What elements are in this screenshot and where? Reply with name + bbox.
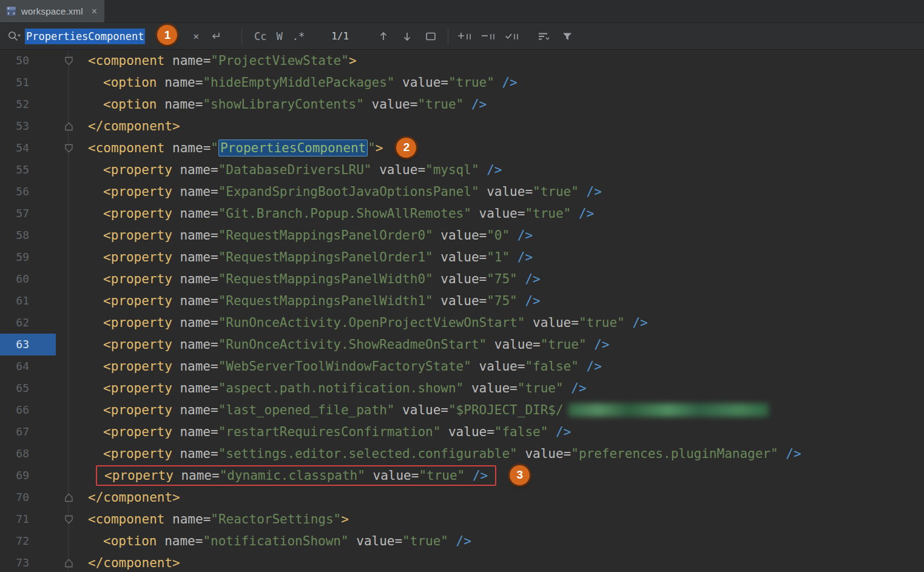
line-number: 50 bbox=[0, 50, 56, 72]
code-token: /> bbox=[571, 206, 594, 221]
code-token: <property bbox=[103, 294, 172, 308]
code-token: " bbox=[211, 141, 218, 155]
regex-toggle[interactable]: .* bbox=[292, 30, 305, 42]
code-line-67[interactable]: 67<property name="restartRequiresConfirm… bbox=[0, 421, 924, 443]
code-line-72[interactable]: 72<option name="notificationShown" value… bbox=[0, 530, 924, 552]
previous-occurrence-button[interactable] bbox=[374, 27, 393, 45]
fold-marker[interactable] bbox=[56, 50, 81, 72]
code-line-73[interactable]: 73</component> bbox=[0, 552, 924, 571]
filter-funnel-icon[interactable] bbox=[558, 27, 577, 45]
code-line-70[interactable]: 70</component> bbox=[0, 486, 924, 508]
code-line-61[interactable]: 61<property name="RequestMappingsPanelWi… bbox=[0, 290, 924, 312]
fold-marker[interactable] bbox=[56, 486, 81, 508]
code-line-54[interactable]: 54<component name="PropertiesComponent">… bbox=[0, 137, 924, 159]
open-in-find-window-button[interactable] bbox=[421, 27, 440, 45]
code-token: value= bbox=[372, 163, 426, 177]
code-token: "preferences.pluginManager" bbox=[571, 446, 778, 461]
next-occurrence-button[interactable] bbox=[397, 27, 417, 45]
fold-gutter bbox=[56, 159, 81, 181]
code-line-68[interactable]: 68<property name="settings.editor.select… bbox=[0, 443, 924, 465]
code-text: <property name="Git.Branch.Popup.ShowAll… bbox=[81, 203, 924, 224]
code-token: name= bbox=[174, 468, 220, 483]
code-token: <property bbox=[103, 163, 172, 177]
fold-gutter bbox=[56, 290, 81, 312]
code-line-60[interactable]: 60<property name="RequestMappingsPanelWi… bbox=[0, 268, 924, 290]
line-number: 56 bbox=[0, 181, 56, 203]
line-number: 66 bbox=[0, 399, 56, 421]
code-token: "true" bbox=[417, 97, 464, 112]
code-line-53[interactable]: 53</component> bbox=[0, 115, 924, 137]
code-token: value= bbox=[394, 403, 448, 417]
code-token: "mysql" bbox=[425, 163, 479, 177]
code-text: <option name="hideEmptyMiddlePackages" v… bbox=[81, 72, 924, 93]
code-line-57[interactable]: 57<property name="Git.Branch.Popup.ShowA… bbox=[0, 203, 924, 224]
code-token: /> bbox=[518, 272, 541, 286]
code-token: "notificationShown" bbox=[203, 534, 348, 548]
editor-tab-workspace-xml[interactable]: workspace.xml × bbox=[0, 0, 105, 22]
code-token: name= bbox=[172, 163, 218, 177]
code-text: <property name="DatabaseDriversLRU" valu… bbox=[81, 159, 924, 181]
code-token: "RequestMappingsPanelWidth1" bbox=[218, 294, 433, 308]
code-token: /> bbox=[448, 534, 471, 548]
line-number: 60 bbox=[0, 268, 56, 290]
code-token: "ExpandSpringBootJavaOptionsPanel" bbox=[218, 184, 479, 199]
remove-filter-icon[interactable] bbox=[479, 27, 498, 45]
search-options-icon[interactable] bbox=[534, 27, 553, 45]
add-filter-icon[interactable] bbox=[455, 27, 474, 45]
code-line-69[interactable]: 69<property name="dynamic.classpath" val… bbox=[0, 465, 924, 486]
code-token: "true" bbox=[419, 468, 465, 483]
match-case-toggle[interactable]: Cc bbox=[254, 30, 266, 42]
code-token: name= bbox=[172, 403, 218, 417]
code-line-63[interactable]: 63<property name="RunOnceActivity.ShowRe… bbox=[0, 334, 924, 355]
code-line-55[interactable]: 55<property name="DatabaseDriversLRU" va… bbox=[0, 159, 924, 181]
search-query[interactable]: PropertiesComponent bbox=[25, 30, 145, 42]
search-input[interactable]: PropertiesComponent 1 ✕ bbox=[6, 26, 239, 46]
search-icon[interactable] bbox=[7, 30, 21, 42]
code-text: <property name="WebServerToolWindowFacto… bbox=[81, 355, 924, 377]
line-number: 57 bbox=[0, 203, 56, 224]
check-filter-icon[interactable] bbox=[502, 27, 522, 45]
code-token: "restartRequiresConfirmation" bbox=[218, 425, 441, 439]
tab-close-icon[interactable]: × bbox=[92, 6, 97, 17]
line-number: 67 bbox=[0, 421, 56, 443]
code-token: value= bbox=[433, 228, 487, 243]
code-token: value= bbox=[471, 359, 525, 374]
clear-search-icon[interactable]: ✕ bbox=[193, 30, 199, 42]
editor[interactable]: 50<component name="ProjectViewState">51<… bbox=[0, 50, 924, 571]
words-toggle[interactable]: W bbox=[276, 30, 282, 42]
code-text: <property name="RunOnceActivity.OpenProj… bbox=[81, 312, 924, 334]
code-token: <option bbox=[103, 75, 157, 90]
fold-marker[interactable] bbox=[56, 115, 81, 137]
code-token: "true" bbox=[541, 337, 587, 352]
fold-gutter bbox=[56, 246, 81, 268]
code-token: "true" bbox=[525, 206, 571, 221]
fold-marker[interactable] bbox=[56, 137, 81, 159]
code-line-56[interactable]: 56<property name="ExpandSpringBootJavaOp… bbox=[0, 181, 924, 203]
fold-gutter bbox=[56, 181, 81, 203]
code-line-66[interactable]: 66<property name="last_opened_file_path"… bbox=[0, 399, 924, 421]
code-token: "RunOnceActivity.OpenProjectViewOnStart" bbox=[218, 315, 525, 330]
code-token: /> bbox=[579, 359, 602, 374]
newline-icon[interactable] bbox=[210, 31, 222, 42]
code-line-51[interactable]: 51<option name="hideEmptyMiddlePackages"… bbox=[0, 72, 924, 93]
code-line-59[interactable]: 59<property name="RequestMappingsPanelOr… bbox=[0, 246, 924, 268]
code-token: /> bbox=[510, 250, 533, 264]
code-line-52[interactable]: 52<option name="showLibraryContents" val… bbox=[0, 93, 924, 115]
code-line-71[interactable]: 71<component name="ReactorSettings"> bbox=[0, 508, 924, 530]
code-token: <property bbox=[103, 272, 172, 286]
code-token: <property bbox=[103, 315, 172, 330]
code-token: name= bbox=[157, 75, 203, 90]
code-token: "Git.Branch.Popup.ShowAllRemotes" bbox=[218, 206, 471, 221]
code-line-62[interactable]: 62<property name="RunOnceActivity.OpenPr… bbox=[0, 312, 924, 334]
code-line-50[interactable]: 50<component name="ProjectViewState"> bbox=[0, 50, 924, 72]
annotation-badge-1: 1 bbox=[157, 25, 177, 45]
code-line-65[interactable]: 65<property name="aspect.path.notificati… bbox=[0, 377, 924, 399]
line-number: 68 bbox=[0, 443, 56, 465]
line-number: 62 bbox=[0, 312, 56, 334]
fold-marker[interactable] bbox=[56, 552, 81, 571]
code-text: <component name="ReactorSettings"> bbox=[81, 508, 924, 530]
code-line-58[interactable]: 58<property name="RequestMappingsPanelOr… bbox=[0, 224, 924, 246]
fold-marker[interactable] bbox=[56, 508, 81, 530]
code-line-64[interactable]: 64<property name="WebServerToolWindowFac… bbox=[0, 355, 924, 377]
code-token: name= bbox=[172, 206, 218, 221]
